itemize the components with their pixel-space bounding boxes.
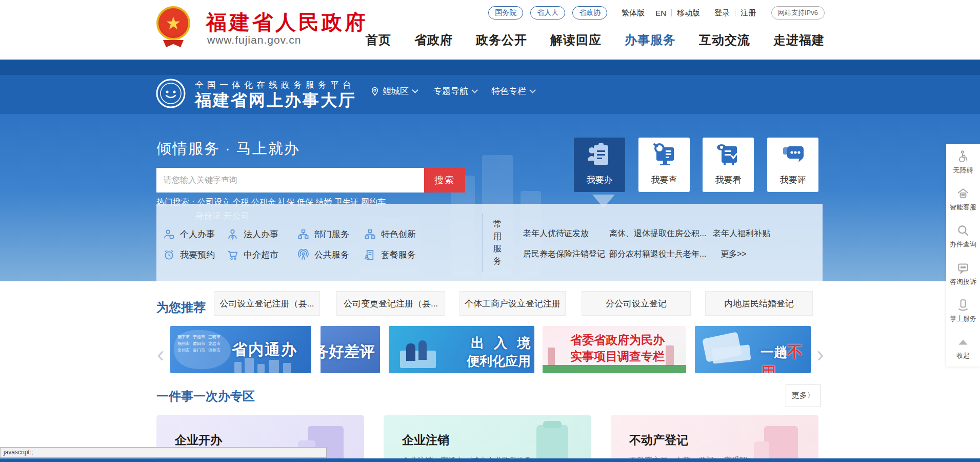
hero-slogan: 倾情服务 · 马上就办 xyxy=(156,139,300,159)
big-button-apply[interactable]: 我要办 xyxy=(574,138,625,192)
person-tie-icon xyxy=(227,228,238,240)
nav-about-fujian[interactable]: 走进福建 xyxy=(773,32,825,48)
link-shengzhengxie[interactable]: 省政协 xyxy=(572,6,607,20)
recommend-pill[interactable]: 公司变更登记注册（县... xyxy=(336,291,445,316)
service-hall-banner: 全国一体化在线政务服务平台 福建省网上办事大厅 鲤城区 专题导航 特色专栏 xyxy=(0,75,980,114)
link-guowuyuan[interactable]: 国务院 xyxy=(488,6,523,20)
sidebar-collapse[interactable]: 收起 xyxy=(946,330,980,367)
carousel-prev-icon[interactable]: ‹ xyxy=(157,343,165,365)
sidebar-case-query[interactable]: 办件查询 xyxy=(946,218,980,255)
card-title: 企业注销 xyxy=(402,432,449,448)
common-link-housing-fund[interactable]: 离休、退休提取住房公积... xyxy=(609,228,706,239)
browser-status-bar: javascript:; xyxy=(0,447,327,458)
sidebar-consult-complaint[interactable]: 咨询投诉 xyxy=(946,255,980,292)
page-canvas: ★ 福建省人民政府 www.fujian.gov.cn 国务院 省人大 省政协 … xyxy=(0,0,980,462)
header-top-links: 国务院 省人大 省政协 繁体版 EN 移动版 登录 注册 网站支持IPv6 xyxy=(488,6,825,20)
card-business-cancellation[interactable]: 企业注销 企业注销一窗通办，减少企业跑动次数 xyxy=(384,415,591,462)
chevron-down-icon xyxy=(471,87,478,93)
carousel-banner-one-trip[interactable]: 一趟不用 xyxy=(695,326,811,373)
big-button-rate[interactable]: 我要评 xyxy=(767,138,818,192)
common-link-veterans[interactable]: 部分农村籍退役士兵老年... xyxy=(609,249,706,260)
wheelchair-icon xyxy=(956,150,970,163)
divider xyxy=(650,9,650,16)
site-title: 福建省人民政府 xyxy=(206,8,368,36)
recommend-pill[interactable]: 个体工商户设立登记注册 xyxy=(459,291,566,316)
special-column-label: 特色专栏 xyxy=(491,85,526,97)
recommend-pill[interactable]: 内地居民结婚登记 xyxy=(705,291,813,316)
alarm-clock-icon xyxy=(163,249,175,261)
big-button-label: 我要看 xyxy=(715,174,742,186)
common-link-pension-cancel[interactable]: 居民养老保险注销登记 xyxy=(523,249,605,260)
big-button-label: 我要评 xyxy=(780,174,806,186)
big-button-view[interactable]: 我要看 xyxy=(703,138,754,192)
nav-interpretation[interactable]: 解读回应 xyxy=(550,32,602,48)
menu-corporate-services[interactable]: 法人办事 xyxy=(227,228,278,240)
footer-top-strip xyxy=(0,458,980,462)
menu-agency-market[interactable]: 中介超市 xyxy=(227,249,278,261)
carousel-banner-province-wide[interactable]: 南平市 宁德市 三明市 福州市 莆田市 龙岩市 泉州市 厦门市 漳州市 省内通办 xyxy=(170,326,311,373)
search-input[interactable] xyxy=(156,168,424,192)
register-link[interactable]: 注册 xyxy=(741,8,756,18)
region-selector[interactable]: 鲤城区 xyxy=(370,85,416,97)
menu-label: 个人办事 xyxy=(180,228,215,240)
banner-title: 一趟不用 xyxy=(761,341,811,373)
person-card-icon xyxy=(163,228,175,240)
divider xyxy=(735,9,735,16)
nav-provincial-gov[interactable]: 省政府 xyxy=(414,32,453,48)
service-menu-panel: 身份证 开公司 个人办事 法人办事 部门服务 xyxy=(156,204,823,281)
link-traditional[interactable]: 繁体版 xyxy=(622,8,645,18)
big-button-query[interactable]: 我要查 xyxy=(638,138,690,192)
login-link[interactable]: 登录 xyxy=(714,8,730,18)
nav-home[interactable]: 首页 xyxy=(366,32,391,48)
menu-label: 特色创新 xyxy=(381,228,416,240)
common-services-label: 常用服务 xyxy=(492,218,503,267)
card-real-estate[interactable]: 不动产登记 不动产交易、办税、登记“一窗受理”一… xyxy=(611,415,818,462)
search-button[interactable]: 搜索 xyxy=(424,168,465,192)
sidebar-smart-service[interactable]: 智能客服 xyxy=(946,181,980,218)
common-link-senior-card[interactable]: 老年人优待证发放 xyxy=(523,228,589,239)
carousel-banner-immigration[interactable]: 出 入 境 便利化应用 xyxy=(389,326,534,373)
menu-appointment[interactable]: 我要预约 xyxy=(163,249,215,261)
menu-personal-services[interactable]: 个人办事 xyxy=(163,228,215,240)
national-emblem-icon: ★ xyxy=(156,6,190,40)
menu-label: 部门服务 xyxy=(314,228,349,240)
menu-label: 中介超市 xyxy=(244,249,278,261)
menu-department-services[interactable]: 部门服务 xyxy=(297,228,349,240)
topic-nav-menu[interactable]: 专题导航 xyxy=(433,85,476,97)
recommend-pill[interactable]: 公司设立登记注册（县... xyxy=(214,291,320,316)
carousel-banner-survey[interactable]: 省委省政府为民办 实事项目调查专栏 xyxy=(543,326,686,373)
common-link-more[interactable]: 更多>> xyxy=(721,249,747,260)
common-link-senior-welfare[interactable]: 老年人福利补贴 xyxy=(713,228,770,239)
menu-label: 套餐服务 xyxy=(381,249,416,261)
menu-label: 法人办事 xyxy=(244,228,278,240)
sidebar-mobile-service[interactable]: 掌上服务 xyxy=(946,292,980,329)
location-pin-icon xyxy=(370,87,379,96)
menu-public-services[interactable]: 公共服务 xyxy=(297,249,349,261)
menu-label: 公共服务 xyxy=(314,249,349,261)
carousel-banner-rating[interactable]: 务好差评 xyxy=(321,326,380,373)
menu-package-services[interactable]: 套餐服务 xyxy=(364,249,416,261)
link-shengrenda[interactable]: 省人大 xyxy=(530,6,565,20)
link-english[interactable]: EN xyxy=(655,9,666,17)
carousel-next-icon[interactable]: › xyxy=(816,343,824,365)
onething-more-button[interactable]: 更多〉 xyxy=(786,384,821,407)
sitemap-icon xyxy=(297,228,309,240)
special-column-menu[interactable]: 特色专栏 xyxy=(491,85,534,97)
nav-gov-affairs[interactable]: 政务公开 xyxy=(476,32,527,48)
nav-interaction[interactable]: 互动交流 xyxy=(699,32,750,48)
sitemap-icon xyxy=(364,228,376,240)
menu-featured-innovation[interactable]: 特色创新 xyxy=(364,228,416,240)
recommend-pill[interactable]: 分公司设立登记 xyxy=(582,291,691,316)
treeline-deco xyxy=(543,365,686,373)
site-header: ★ 福建省人民政府 www.fujian.gov.cn 国务院 省人大 省政协 … xyxy=(0,0,980,60)
clipboard-deco xyxy=(543,421,562,428)
sidebar-accessibility[interactable]: 无障碍 xyxy=(946,144,980,181)
site-url: www.fujian.gov.cn xyxy=(207,34,302,46)
sidebar-label: 智能客服 xyxy=(950,203,976,212)
nav-services[interactable]: 办事服务 xyxy=(625,32,676,48)
ipv6-badge[interactable]: 网站支持IPv6 xyxy=(771,6,825,20)
cart-icon xyxy=(227,249,238,261)
sidebar-label: 咨询投诉 xyxy=(950,277,976,286)
link-mobile[interactable]: 移动版 xyxy=(677,8,700,18)
floating-sidebar: 无障碍 智能客服 办件查询 咨询投诉 掌上服务 xyxy=(946,144,980,367)
